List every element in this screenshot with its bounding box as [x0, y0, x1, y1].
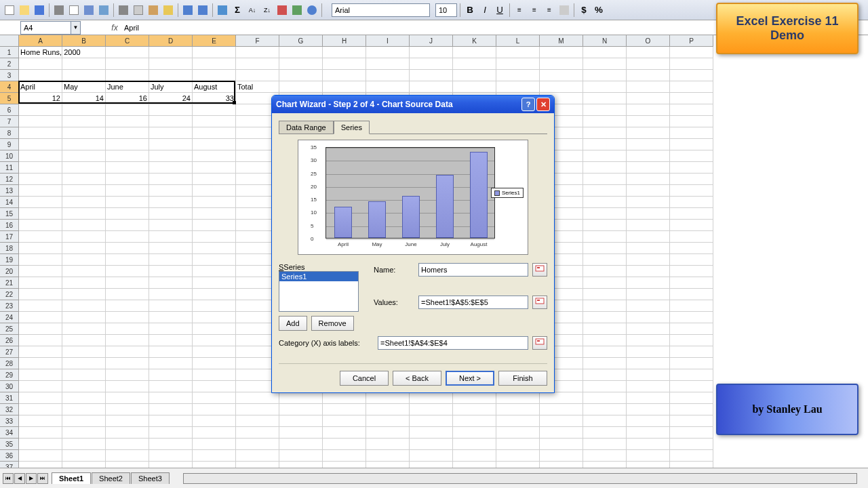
cell[interactable] [323, 81, 366, 93]
cell[interactable] [670, 439, 713, 450]
cell[interactable] [19, 266, 62, 277]
cell[interactable] [149, 427, 193, 439]
cell[interactable] [583, 462, 627, 468]
cell[interactable] [627, 358, 670, 369]
cell[interactable] [193, 243, 236, 254]
column-header[interactable]: N [583, 35, 627, 47]
cell[interactable] [323, 58, 366, 70]
cell[interactable] [627, 392, 670, 404]
cell[interactable] [627, 300, 670, 312]
cell[interactable] [627, 104, 670, 116]
category-range-picker[interactable] [532, 336, 547, 350]
row-header[interactable]: 25 [0, 323, 19, 335]
cell[interactable] [193, 427, 236, 439]
cell[interactable] [149, 208, 193, 220]
cell[interactable] [106, 47, 149, 58]
row-header[interactable]: 12 [0, 174, 19, 185]
cell[interactable] [106, 439, 149, 450]
cell[interactable] [106, 162, 149, 174]
new-button[interactable] [3, 3, 16, 17]
cell[interactable] [670, 58, 713, 70]
cell[interactable] [670, 150, 713, 162]
cell[interactable] [627, 277, 670, 289]
cell[interactable] [19, 220, 62, 231]
cell[interactable] [670, 335, 713, 346]
cell[interactable] [19, 462, 62, 468]
cell[interactable] [149, 220, 193, 231]
cell[interactable] [670, 185, 713, 197]
cell[interactable] [540, 415, 583, 427]
row-header[interactable]: 32 [0, 404, 19, 415]
cell[interactable] [62, 47, 106, 58]
chart-wizard-button[interactable] [275, 3, 289, 17]
cell[interactable] [193, 415, 236, 427]
cell[interactable] [149, 185, 193, 197]
cell[interactable] [236, 70, 279, 81]
cancel-button[interactable]: Cancel [340, 371, 389, 386]
cell[interactable] [279, 439, 323, 450]
cell[interactable] [106, 104, 149, 116]
cell[interactable] [236, 392, 279, 404]
row-header[interactable]: 5 [0, 93, 19, 104]
save-button[interactable] [33, 3, 46, 17]
cell[interactable] [193, 335, 236, 346]
cell[interactable] [149, 289, 193, 300]
column-header[interactable]: G [279, 35, 323, 47]
cell[interactable] [670, 197, 713, 208]
row-header[interactable]: 4 [0, 81, 19, 93]
cell[interactable] [193, 450, 236, 462]
cell[interactable] [627, 427, 670, 439]
cell[interactable] [670, 243, 713, 254]
row-header[interactable]: 15 [0, 208, 19, 220]
cell[interactable] [62, 415, 106, 427]
cell[interactable] [670, 81, 713, 93]
cell[interactable] [670, 415, 713, 427]
cell[interactable] [62, 323, 106, 335]
cell[interactable] [366, 427, 410, 439]
cell[interactable] [670, 47, 713, 58]
cell[interactable] [62, 404, 106, 415]
cell[interactable] [106, 346, 149, 358]
cell[interactable] [149, 300, 193, 312]
cell[interactable] [410, 462, 453, 468]
row-header[interactable]: 31 [0, 392, 19, 404]
cell[interactable] [62, 174, 106, 185]
sheet-tab[interactable]: Sheet3 [131, 472, 170, 484]
cell[interactable] [323, 450, 366, 462]
cell[interactable] [670, 208, 713, 220]
row-header[interactable]: 2 [0, 58, 19, 70]
cell[interactable] [149, 47, 193, 58]
column-header[interactable]: J [410, 35, 453, 47]
percent-button[interactable]: % [592, 3, 606, 17]
cell[interactable] [149, 174, 193, 185]
cell[interactable] [627, 289, 670, 300]
cell[interactable] [19, 150, 62, 162]
cell[interactable] [19, 243, 62, 254]
cell[interactable] [670, 70, 713, 81]
cell[interactable] [106, 127, 149, 139]
cell[interactable] [453, 462, 496, 468]
cell[interactable] [323, 439, 366, 450]
dialog-tab[interactable]: Data Range [279, 121, 334, 134]
column-header[interactable]: C [106, 35, 149, 47]
cell[interactable] [670, 174, 713, 185]
cell[interactable] [106, 70, 149, 81]
cell[interactable] [19, 415, 62, 427]
cell[interactable] [496, 392, 540, 404]
cell[interactable] [149, 127, 193, 139]
cell[interactable] [62, 139, 106, 150]
cell[interactable] [193, 116, 236, 127]
cell[interactable] [583, 404, 627, 415]
cell[interactable] [106, 197, 149, 208]
series-item[interactable]: Series1 [279, 272, 358, 281]
dialog-tab[interactable]: Series [334, 121, 370, 134]
cell[interactable] [670, 162, 713, 174]
row-header[interactable]: 23 [0, 300, 19, 312]
cell[interactable] [149, 277, 193, 289]
cell[interactable] [19, 254, 62, 266]
undo-button[interactable] [181, 3, 195, 17]
cell[interactable] [627, 127, 670, 139]
cell[interactable] [62, 208, 106, 220]
cell[interactable] [583, 439, 627, 450]
cell[interactable] [583, 392, 627, 404]
